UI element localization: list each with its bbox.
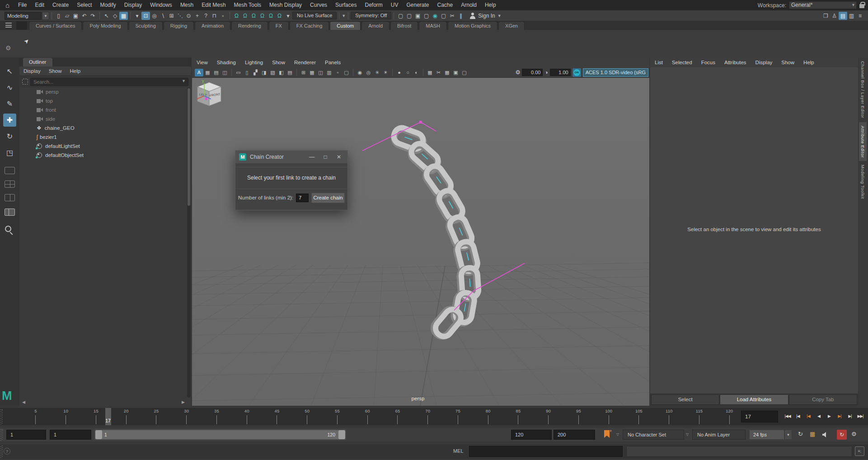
transport-button[interactable]: ◀ <box>814 411 824 422</box>
menu-item[interactable]: Display <box>120 0 146 10</box>
transport-button[interactable]: ▶ <box>824 411 834 422</box>
time-slider[interactable]: 5101520253035404550556065707580859095100… <box>0 408 868 425</box>
viewport-icon[interactable]: ▭ <box>234 69 243 76</box>
selection-mode-icon[interactable]: ▦ <box>119 12 128 20</box>
menu-item[interactable]: UV <box>387 0 403 10</box>
viewport-icon[interactable]: ▢ <box>460 69 469 76</box>
fps-dropdown-icon[interactable]: ▼ <box>784 430 792 440</box>
selection-mask-icon[interactable]: ⊙ <box>184 12 193 20</box>
menu-item[interactable]: Select <box>73 0 96 10</box>
layout-outliner-persp[interactable] <box>5 209 15 216</box>
shelf-tab[interactable]: Poly Modeling <box>83 21 127 30</box>
sidebar-toggle-icon[interactable]: ♙ <box>830 12 839 20</box>
viewport-icon[interactable]: ▞ <box>251 69 260 76</box>
lock-icon[interactable] <box>859 4 864 8</box>
menu-item[interactable]: Edit Mesh <box>197 0 230 10</box>
outliner-item-chaine-geo[interactable]: ❖chaine_GEO <box>19 123 191 133</box>
viewport-icon[interactable]: ● <box>395 69 404 76</box>
viewport-icon[interactable]: ☀ <box>381 69 390 76</box>
shelf-tab[interactable]: FX Caching <box>290 21 329 30</box>
exposure-icon[interactable]: ❂ <box>516 69 520 76</box>
menu-item[interactable]: Surfaces <box>331 0 361 10</box>
gamma-icon[interactable]: ◑ <box>544 69 548 76</box>
select-filter-icon[interactable] <box>22 79 28 85</box>
range-handle-right[interactable] <box>338 430 345 439</box>
menu-set-arrow[interactable]: ▼ <box>42 12 49 20</box>
snap-icon[interactable]: Ω <box>275 12 284 20</box>
shelf-tab[interactable]: Custom <box>330 21 361 30</box>
viewport-icon[interactable]: ◉ <box>356 69 364 76</box>
menu-item[interactable]: Create <box>48 0 73 10</box>
command-input[interactable] <box>469 446 623 457</box>
selection-mask-icon[interactable]: ⊓ <box>210 12 219 20</box>
render-icon[interactable]: ✂ <box>448 12 456 20</box>
paint-select-tool-icon[interactable]: ✎ <box>3 97 16 110</box>
exposure-field[interactable]: 0.00 <box>522 69 543 76</box>
range-handle-left[interactable] <box>95 430 102 439</box>
links-count-input[interactable] <box>296 194 309 202</box>
tab-attribute-editor[interactable]: Attribute Editor <box>859 122 867 161</box>
menu-item[interactable]: Deform <box>361 0 386 10</box>
snap-icon[interactable]: Ω <box>241 12 249 20</box>
menu-item[interactable]: Arnold <box>457 0 481 10</box>
file-op-icon[interactable]: ↷ <box>89 12 97 20</box>
file-op-icon[interactable]: ▯ <box>54 12 63 20</box>
color-management-toggle[interactable]: ON <box>572 68 581 77</box>
snap-icon[interactable]: ▾ <box>284 12 292 20</box>
attribute-menu-item[interactable]: Selected <box>667 60 697 65</box>
command-language-label[interactable]: MEL <box>453 448 464 454</box>
sidebar-toggle-icon[interactable]: ≡ <box>856 12 864 20</box>
attribute-menu-item[interactable]: List <box>650 60 667 65</box>
menu-item[interactable]: Modify <box>96 0 120 10</box>
live-surface-field[interactable]: No Live Surface <box>292 12 337 19</box>
search-dropdown-icon[interactable]: ▼ <box>182 79 186 83</box>
playhead[interactable]: 17 <box>105 408 111 425</box>
shelf-corner-button[interactable] <box>16 21 27 30</box>
menu-item[interactable]: Mesh <box>176 0 197 10</box>
outliner-item-defaultlightset[interactable]: defaultLightSet <box>19 142 191 151</box>
menu-item[interactable]: File <box>14 0 31 10</box>
shelf-tab[interactable]: MASH <box>419 21 447 30</box>
select-tool-icon[interactable]: ↖ <box>3 65 16 78</box>
close-icon[interactable]: ✕ <box>334 154 344 160</box>
selection-mask-icon[interactable]: ▫ <box>219 12 227 20</box>
snap-icon[interactable]: Ω <box>249 12 258 20</box>
viewport-menu-item[interactable]: View <box>192 60 212 65</box>
transport-button[interactable]: |◀◀ <box>783 411 793 422</box>
outliner-item-front[interactable]: front <box>19 105 191 114</box>
selection-mask-icon[interactable]: ⊞ <box>167 12 176 20</box>
create-chain-button[interactable]: Create chain <box>311 193 345 203</box>
playback-start-field[interactable]: 1 <box>50 430 91 440</box>
copy-tab-button[interactable]: Copy Tab <box>789 394 857 405</box>
colorspace-field[interactable]: ACES 1.0 SDR-video (sRG <box>583 68 648 77</box>
viewport-menu-item[interactable]: Panels <box>320 60 345 65</box>
transport-button[interactable]: ▶▶| <box>855 411 865 422</box>
render-icon[interactable]: ▢ <box>439 12 448 20</box>
viewport-icon[interactable]: ○ <box>404 69 412 76</box>
playback-end-field[interactable]: 120 <box>511 430 552 440</box>
load-attributes-button[interactable]: Load Attributes <box>720 394 788 405</box>
shelf-tab[interactable]: FX <box>269 21 289 30</box>
viewport-icon[interactable]: ▤ <box>286 69 294 76</box>
viewport-icon[interactable]: ▦ <box>203 69 212 76</box>
range-slider[interactable]: 1 120 <box>94 429 346 440</box>
workspace-select[interactable]: General*▼ <box>789 1 857 9</box>
viewport-icon[interactable]: ◎ <box>364 69 373 76</box>
shelf-tab[interactable]: Rendering <box>231 21 268 30</box>
anim-start-field[interactable]: 1 <box>6 430 46 440</box>
file-op-icon[interactable]: ↶ <box>80 12 89 20</box>
menu-item[interactable]: Help <box>481 0 500 10</box>
render-icon[interactable]: ∥ <box>456 12 465 20</box>
selection-mask-icon[interactable]: ⊡ <box>141 12 150 20</box>
outliner-menu-item[interactable]: Show <box>45 68 66 74</box>
bookmark-icon[interactable] <box>604 430 610 438</box>
viewport-icon[interactable]: ◐ <box>412 69 421 76</box>
shelf-tab[interactable]: XGen <box>498 21 525 30</box>
viewport-icon[interactable]: ◫ <box>221 69 229 76</box>
viewport-icon[interactable]: ▦ <box>308 69 316 76</box>
anim-layer-dropdown-icon[interactable]: ▽ <box>686 432 689 436</box>
outliner-item-persp[interactable]: persp <box>19 87 191 96</box>
viewport-icon[interactable]: ✳ <box>373 69 381 76</box>
shelf-tab[interactable]: Curves / Surfaces <box>29 21 82 30</box>
home-icon[interactable]: ⌂ <box>0 1 14 9</box>
